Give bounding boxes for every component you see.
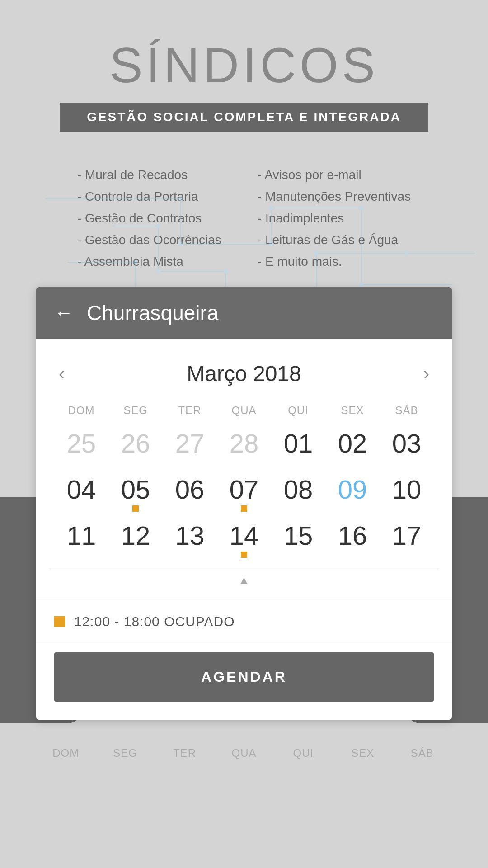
calendar-header: ← Churrasqueira (36, 287, 452, 339)
calendar-day[interactable]: 02 (325, 426, 380, 469)
day-header-sex: SEX (325, 400, 380, 421)
day-header-sab: SÁB (380, 400, 434, 421)
day-number: 26 (121, 430, 150, 457)
calendar-day[interactable]: 14 (217, 518, 271, 561)
collapse-arrow-icon[interactable]: ▲ (239, 574, 249, 586)
bottom-header-sab: SÁB (393, 742, 452, 764)
calendar-day[interactable]: 28 (217, 426, 271, 469)
calendar-day[interactable]: 03 (380, 426, 434, 469)
day-number: 12 (121, 523, 150, 549)
bottom-calendar-row: DOM SEG TER QUA QUI SEX SÁB (0, 729, 488, 782)
calendar-grid: DOM SEG TER QUA QUI SEX SÁB 25 26 (50, 395, 438, 569)
feature-item: - E muito mais. (258, 255, 411, 269)
calendar-day[interactable]: 13 (163, 518, 217, 561)
calendar-week-2: 04 05 06 07 08 (54, 472, 434, 515)
day-dot (132, 505, 139, 512)
day-number: 28 (230, 430, 259, 457)
features-col-1: - Mural de Recados - Controle da Portari… (77, 168, 221, 269)
month-nav: ‹ Março 2018 › (50, 348, 438, 395)
features-list: - Mural de Recados - Controle da Portari… (27, 168, 461, 269)
day-number: 04 (67, 476, 96, 503)
feature-item: - Mural de Recados (77, 168, 221, 182)
day-number: 13 (175, 523, 205, 549)
calendar-day[interactable]: 26 (108, 426, 163, 469)
day-number: 09 (338, 476, 367, 503)
features-col-2: - Avisos por e-mail - Manutenções Preven… (258, 168, 411, 269)
calendar-day[interactable]: 11 (54, 518, 108, 561)
booking-dot-indicator (54, 616, 65, 627)
calendar-week-1: 25 26 27 28 01 (54, 426, 434, 469)
day-headers-row: DOM SEG TER QUA QUI SEX SÁB (54, 400, 434, 421)
bottom-header-seg: SEG (95, 742, 155, 764)
day-dot (241, 552, 247, 558)
day-number: 10 (392, 476, 422, 503)
app-title: SÍNDICOS (27, 36, 461, 94)
day-number: 07 (230, 476, 259, 503)
calendar-day[interactable]: 09 (325, 472, 380, 515)
agendar-button[interactable]: AGENDAR (54, 652, 434, 702)
calendar-card: ← Churrasqueira ‹ Março 2018 › DOM SEG T… (36, 287, 452, 720)
calendar-day[interactable]: 25 (54, 426, 108, 469)
calendar-day-ter-06[interactable]: 06 (163, 472, 217, 515)
calendar-day[interactable]: 08 (271, 472, 325, 515)
bottom-header-qua: QUA (214, 742, 273, 764)
day-number: 15 (284, 523, 313, 549)
booking-info: 12:00 - 18:00 OCUPADO (36, 600, 452, 643)
day-header-dom: DOM (54, 400, 108, 421)
feature-item: - Gestão das Ocorrências (77, 233, 221, 247)
next-month-button[interactable]: › (423, 363, 429, 384)
day-header-seg: SEG (108, 400, 163, 421)
feature-item: - Controle da Portaria (77, 189, 221, 204)
calendar-day[interactable]: 07 (217, 472, 271, 515)
agendar-section: AGENDAR (36, 643, 452, 720)
day-dot (241, 505, 247, 512)
day-number: 03 (392, 430, 422, 457)
bottom-header-dom: DOM (36, 742, 95, 764)
day-number: 27 (175, 430, 205, 457)
feature-item: - Leituras de Gás e Água (258, 233, 411, 247)
calendar-body: ‹ Março 2018 › DOM SEG TER QUA QUI SEX S… (36, 339, 452, 600)
bottom-header-ter: TER (155, 742, 214, 764)
booking-text: 12:00 - 18:00 OCUPADO (74, 614, 235, 629)
day-number: 11 (67, 523, 96, 549)
day-number: 08 (284, 476, 313, 503)
calendar-day[interactable]: 16 (325, 518, 380, 561)
calendar-day[interactable]: 27 (163, 426, 217, 469)
calendar-divider: ▲ (50, 569, 438, 591)
calendar-week-3: 11 12 13 14 15 (54, 518, 434, 561)
day-number: 06 (175, 476, 205, 503)
calendar-day[interactable]: 04 (54, 472, 108, 515)
back-button[interactable]: ← (54, 302, 73, 324)
day-number: 14 (230, 523, 259, 549)
month-title: Março 2018 (187, 361, 301, 386)
feature-item: - Avisos por e-mail (258, 168, 411, 182)
calendar-day[interactable]: 15 (271, 518, 325, 561)
bottom-header-qui: QUI (274, 742, 333, 764)
calendar-header-title: Churrasqueira (87, 301, 218, 325)
day-number: 25 (67, 430, 96, 457)
calendar-day[interactable]: 10 (380, 472, 434, 515)
day-number: 01 (284, 430, 313, 457)
day-header-qua: QUA (217, 400, 271, 421)
day-number: 16 (338, 523, 367, 549)
calendar-day[interactable]: 05 (108, 472, 163, 515)
feature-item: - Assembleia Mista (77, 255, 221, 269)
subtitle-banner: GESTÃO SOCIAL COMPLETA E INTEGRADA (60, 103, 428, 132)
day-number: 17 (392, 523, 422, 549)
calendar-day[interactable]: 17 (380, 518, 434, 561)
bottom-header-sex: SEX (333, 742, 392, 764)
calendar-day[interactable]: 12 (108, 518, 163, 561)
day-header-qui: QUI (271, 400, 325, 421)
day-header-ter: TER (163, 400, 217, 421)
calendar-day[interactable]: 01 (271, 426, 325, 469)
feature-item: - Gestão de Contratos (77, 211, 221, 226)
top-section: SÍNDICOS GESTÃO SOCIAL COMPLETA E INTEGR… (0, 0, 488, 287)
feature-item: - Inadimplentes (258, 211, 411, 226)
feature-item: - Manutenções Preventivas (258, 189, 411, 204)
day-number: 02 (338, 430, 367, 457)
prev-month-button[interactable]: ‹ (59, 363, 65, 384)
day-number: 05 (121, 476, 150, 503)
bottom-day-headers: DOM SEG TER QUA QUI SEX SÁB (36, 742, 452, 764)
